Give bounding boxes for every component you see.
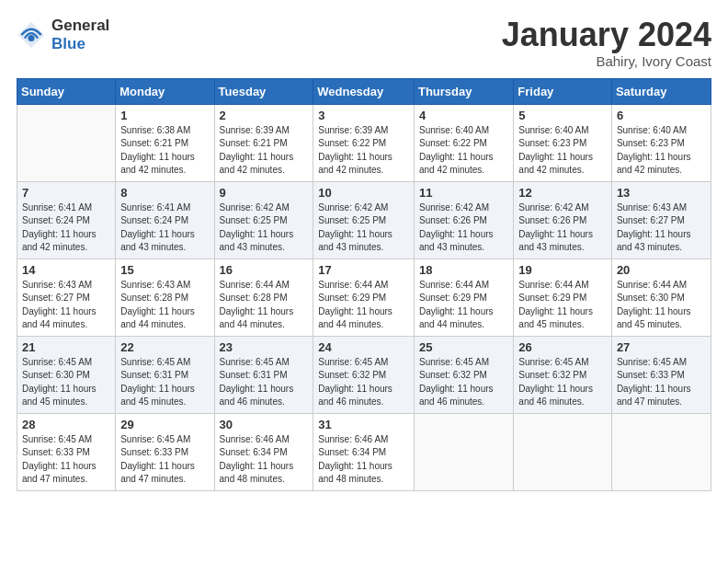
svg-point-1	[28, 35, 34, 41]
calendar-cell: 20Sunrise: 6:44 AMSunset: 6:30 PMDayligh…	[611, 259, 711, 336]
cell-info: Sunrise: 6:43 AMSunset: 6:27 PMDaylight:…	[617, 201, 706, 255]
day-number: 6	[617, 109, 706, 122]
cell-info: Sunrise: 6:45 AMSunset: 6:32 PMDaylight:…	[419, 356, 508, 409]
cell-info: Sunrise: 6:43 AMSunset: 6:27 PMDaylight:…	[22, 279, 110, 332]
cell-info: Sunrise: 6:44 AMSunset: 6:29 PMDaylight:…	[318, 279, 409, 332]
day-number: 12	[518, 186, 607, 200]
day-number: 7	[22, 186, 110, 200]
logo-text: General Blue	[51, 17, 109, 52]
calendar-cell: 28Sunrise: 6:45 AMSunset: 6:33 PMDayligh…	[17, 413, 116, 490]
calendar-cell: 26Sunrise: 6:45 AMSunset: 6:32 PMDayligh…	[514, 336, 612, 413]
calendar-cell: 7Sunrise: 6:41 AMSunset: 6:24 PMDaylight…	[17, 181, 116, 259]
day-number: 30	[220, 418, 309, 431]
calendar-cell: 5Sunrise: 6:40 AMSunset: 6:23 PMDaylight…	[514, 104, 612, 181]
col-header-wednesday: Wednesday	[313, 78, 415, 104]
day-number: 15	[120, 263, 209, 277]
calendar-cell: 15Sunrise: 6:43 AMSunset: 6:28 PMDayligh…	[116, 259, 214, 336]
day-number: 1	[120, 109, 209, 122]
cell-info: Sunrise: 6:44 AMSunset: 6:29 PMDaylight:…	[419, 279, 508, 332]
day-number: 9	[220, 186, 309, 200]
col-header-monday: Monday	[116, 78, 214, 104]
cell-info: Sunrise: 6:39 AMSunset: 6:21 PMDaylight:…	[220, 124, 309, 178]
cell-info: Sunrise: 6:42 AMSunset: 6:25 PMDaylight:…	[318, 201, 409, 255]
cell-info: Sunrise: 6:40 AMSunset: 6:23 PMDaylight:…	[518, 124, 607, 178]
calendar-cell: 9Sunrise: 6:42 AMSunset: 6:25 PMDaylight…	[214, 181, 313, 259]
logo-icon	[17, 20, 46, 50]
calendar-cell: 2Sunrise: 6:39 AMSunset: 6:21 PMDaylight…	[214, 104, 313, 181]
calendar-cell: 12Sunrise: 6:42 AMSunset: 6:26 PMDayligh…	[514, 181, 612, 259]
calendar-cell: 4Sunrise: 6:40 AMSunset: 6:22 PMDaylight…	[414, 104, 513, 181]
day-number: 16	[220, 263, 309, 277]
day-number: 22	[120, 340, 209, 354]
cell-info: Sunrise: 6:45 AMSunset: 6:30 PMDaylight:…	[22, 356, 110, 409]
cell-info: Sunrise: 6:44 AMSunset: 6:29 PMDaylight:…	[518, 279, 607, 332]
calendar-cell	[414, 413, 513, 490]
calendar-cell	[514, 413, 612, 490]
calendar-cell: 25Sunrise: 6:45 AMSunset: 6:32 PMDayligh…	[414, 336, 513, 413]
cell-info: Sunrise: 6:45 AMSunset: 6:31 PMDaylight:…	[220, 356, 309, 409]
calendar-cell: 19Sunrise: 6:44 AMSunset: 6:29 PMDayligh…	[514, 259, 612, 336]
day-number: 13	[617, 186, 706, 200]
calendar-cell: 27Sunrise: 6:45 AMSunset: 6:33 PMDayligh…	[611, 336, 711, 413]
col-header-saturday: Saturday	[611, 78, 711, 104]
day-number: 24	[318, 340, 409, 354]
calendar-cell: 1Sunrise: 6:38 AMSunset: 6:21 PMDaylight…	[116, 104, 214, 181]
day-number: 5	[518, 109, 607, 122]
cell-info: Sunrise: 6:45 AMSunset: 6:31 PMDaylight:…	[120, 356, 209, 409]
cell-info: Sunrise: 6:42 AMSunset: 6:25 PMDaylight:…	[220, 201, 309, 255]
day-number: 17	[318, 263, 409, 277]
calendar-cell: 22Sunrise: 6:45 AMSunset: 6:31 PMDayligh…	[116, 336, 214, 413]
cell-info: Sunrise: 6:38 AMSunset: 6:21 PMDaylight:…	[120, 124, 209, 178]
calendar-cell: 21Sunrise: 6:45 AMSunset: 6:30 PMDayligh…	[17, 336, 116, 413]
day-number: 11	[419, 186, 508, 200]
cell-info: Sunrise: 6:41 AMSunset: 6:24 PMDaylight:…	[22, 201, 110, 255]
day-number: 21	[22, 340, 110, 354]
cell-info: Sunrise: 6:41 AMSunset: 6:24 PMDaylight:…	[120, 201, 209, 255]
day-number: 3	[318, 109, 409, 122]
calendar-cell: 23Sunrise: 6:45 AMSunset: 6:31 PMDayligh…	[214, 336, 313, 413]
calendar-table: SundayMondayTuesdayWednesdayThursdayFrid…	[17, 78, 711, 491]
cell-info: Sunrise: 6:45 AMSunset: 6:32 PMDaylight:…	[518, 356, 607, 409]
cell-info: Sunrise: 6:44 AMSunset: 6:28 PMDaylight:…	[220, 279, 309, 332]
calendar-cell: 14Sunrise: 6:43 AMSunset: 6:27 PMDayligh…	[17, 259, 116, 336]
cell-info: Sunrise: 6:40 AMSunset: 6:22 PMDaylight:…	[419, 124, 508, 178]
logo-general: General	[51, 17, 109, 35]
cell-info: Sunrise: 6:42 AMSunset: 6:26 PMDaylight:…	[518, 201, 607, 255]
cell-info: Sunrise: 6:43 AMSunset: 6:28 PMDaylight:…	[120, 279, 209, 332]
title-month: January 2024	[502, 17, 711, 53]
calendar-cell: 31Sunrise: 6:46 AMSunset: 6:34 PMDayligh…	[313, 413, 415, 490]
calendar-cell: 11Sunrise: 6:42 AMSunset: 6:26 PMDayligh…	[414, 181, 513, 259]
calendar-cell: 13Sunrise: 6:43 AMSunset: 6:27 PMDayligh…	[611, 181, 711, 259]
calendar-cell: 29Sunrise: 6:45 AMSunset: 6:33 PMDayligh…	[116, 413, 214, 490]
day-number: 25	[419, 340, 508, 354]
col-header-sunday: Sunday	[17, 78, 116, 104]
calendar-cell: 16Sunrise: 6:44 AMSunset: 6:28 PMDayligh…	[214, 259, 313, 336]
calendar-cell: 30Sunrise: 6:46 AMSunset: 6:34 PMDayligh…	[214, 413, 313, 490]
title-location: Bahiry, Ivory Coast	[502, 53, 711, 69]
day-number: 4	[419, 109, 508, 122]
calendar-cell	[611, 413, 711, 490]
day-number: 14	[22, 263, 110, 277]
calendar-cell: 8Sunrise: 6:41 AMSunset: 6:24 PMDaylight…	[116, 181, 214, 259]
day-number: 31	[318, 418, 409, 431]
cell-info: Sunrise: 6:45 AMSunset: 6:33 PMDaylight:…	[617, 356, 706, 409]
cell-info: Sunrise: 6:45 AMSunset: 6:33 PMDaylight:…	[22, 433, 110, 487]
logo: General Blue	[17, 17, 109, 52]
col-header-tuesday: Tuesday	[214, 78, 313, 104]
cell-info: Sunrise: 6:42 AMSunset: 6:26 PMDaylight:…	[419, 201, 508, 255]
calendar-cell	[17, 104, 116, 181]
cell-info: Sunrise: 6:45 AMSunset: 6:32 PMDaylight:…	[318, 356, 409, 409]
day-number: 27	[617, 340, 706, 354]
day-number: 8	[120, 186, 209, 200]
cell-info: Sunrise: 6:45 AMSunset: 6:33 PMDaylight:…	[120, 433, 209, 487]
col-header-thursday: Thursday	[414, 78, 513, 104]
cell-info: Sunrise: 6:44 AMSunset: 6:30 PMDaylight:…	[617, 279, 706, 332]
calendar-cell: 18Sunrise: 6:44 AMSunset: 6:29 PMDayligh…	[414, 259, 513, 336]
logo-blue: Blue	[51, 35, 109, 53]
day-number: 23	[220, 340, 309, 354]
page: General Blue January 2024 Bahiry, Ivory …	[0, 0, 728, 563]
header: General Blue January 2024 Bahiry, Ivory …	[17, 17, 711, 69]
day-number: 20	[617, 263, 706, 277]
cell-info: Sunrise: 6:40 AMSunset: 6:23 PMDaylight:…	[617, 124, 706, 178]
day-number: 18	[419, 263, 508, 277]
